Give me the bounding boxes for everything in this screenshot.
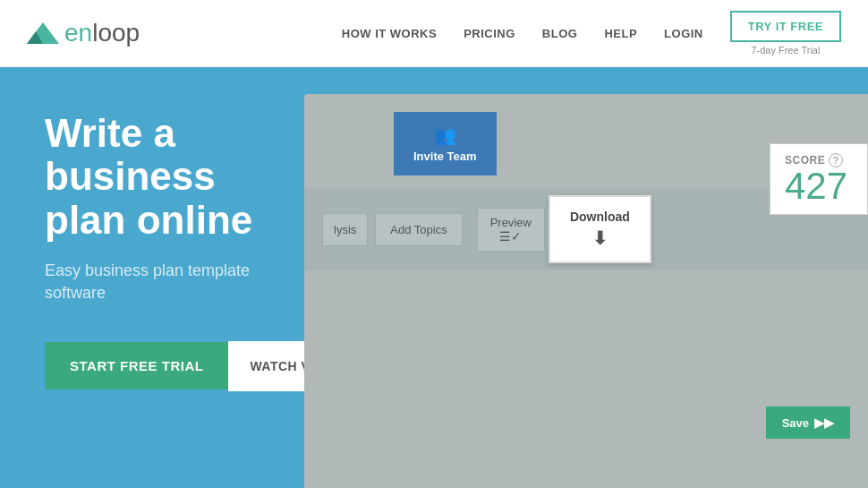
invite-icon: 👥 <box>434 124 456 146</box>
score-panel: SCORE ? 427 <box>770 143 868 215</box>
nav-pricing[interactable]: PRICING <box>464 27 515 40</box>
try-it-free-button[interactable]: TRY IT FREE <box>730 11 841 42</box>
nav-login[interactable]: LOGIN <box>664 27 703 40</box>
nav-how-it-works[interactable]: HOW IT WORKS <box>342 27 437 40</box>
score-value: 427 <box>785 167 853 205</box>
save-arrows-icon: ▶▶ <box>814 415 834 430</box>
nav: HOW IT WORKS PRICING BLOG HELP LOGIN TRY… <box>342 11 841 56</box>
preview-icon: ☰✓ <box>499 229 522 244</box>
save-button[interactable]: Save ▶▶ <box>766 407 850 439</box>
nav-help[interactable]: HELP <box>604 27 637 40</box>
hero-buttons: START FREE TRIAL WATCH VIDEO <box>45 341 268 391</box>
start-free-trial-button[interactable]: START FREE TRIAL <box>45 342 228 390</box>
hero-right: 👥 Invite Team lysis Add Topics Preview ☰… <box>304 94 868 488</box>
hero-subtitle: Easy business plan template software <box>45 260 268 304</box>
logo-text: enloop <box>64 19 140 47</box>
app-toolbar-add-topics[interactable]: Add Topics <box>375 213 462 246</box>
save-area: Save ▶▶ <box>766 407 850 439</box>
invite-team-label: Invite Team <box>413 150 477 163</box>
logo-icon <box>27 19 59 47</box>
hero-title: Write a business plan online <box>45 112 268 242</box>
app-screenshot: 👥 Invite Team lysis Add Topics Preview ☰… <box>304 94 868 488</box>
try-it-free-wrap: TRY IT FREE 7-day Free Trial <box>730 11 841 56</box>
hero-section: Write a business plan online Easy busine… <box>0 67 868 488</box>
logo[interactable]: enloop <box>27 19 140 47</box>
nav-blog[interactable]: BLOG <box>542 27 578 40</box>
preview-label: Preview <box>490 216 532 229</box>
hero-left: Write a business plan online Easy busine… <box>0 67 304 488</box>
save-label: Save <box>782 416 809 430</box>
header: enloop HOW IT WORKS PRICING BLOG HELP LO… <box>0 0 868 67</box>
app-toolbar-lysis[interactable]: lysis <box>322 213 368 246</box>
app-toolbar-preview[interactable]: Preview ☰✓ <box>477 208 545 252</box>
try-it-subtitle: 7-day Free Trial <box>751 45 820 56</box>
invite-team-button[interactable]: 👥 Invite Team <box>394 112 497 176</box>
download-label: Download <box>570 210 630 224</box>
download-icon: ⬇ <box>592 227 608 249</box>
app-download-button[interactable]: Download ⬇ <box>549 195 651 263</box>
